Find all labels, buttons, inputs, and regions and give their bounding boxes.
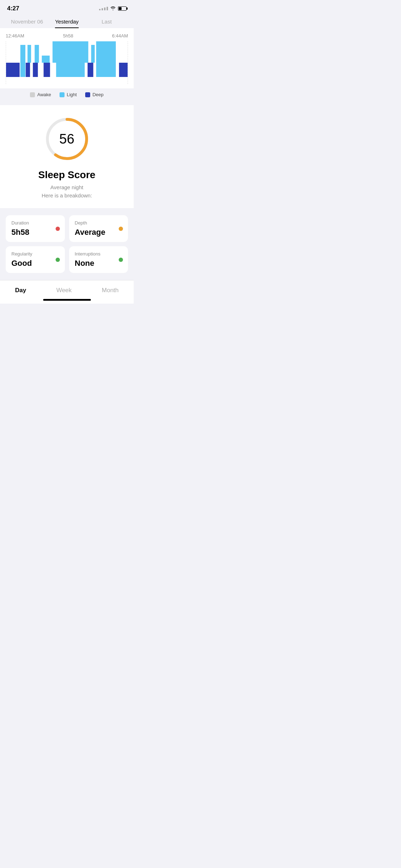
stat-card-regularity: Regularity Good <box>6 246 65 273</box>
legend-light: Light <box>60 92 77 97</box>
start-time: 12:46AM <box>6 33 24 38</box>
light-dot <box>60 92 65 97</box>
svg-rect-2 <box>33 63 38 77</box>
legend-awake: Awake <box>30 92 51 97</box>
awake-label: Awake <box>37 92 51 97</box>
regularity-dot <box>56 258 60 262</box>
svg-rect-9 <box>27 45 31 63</box>
tab-november06[interactable]: November 06 <box>7 15 47 28</box>
status-time: 4:27 <box>7 5 19 12</box>
svg-rect-4 <box>56 63 84 77</box>
end-time: 6:44AM <box>112 33 128 38</box>
stats-cards-section: Duration 5h58 Depth Average Regularity G… <box>0 208 134 280</box>
duration-dot <box>56 227 60 231</box>
sleep-score-subtitle2: Here is a breakdown: <box>7 192 127 200</box>
sleep-chart-section: 12:46AM 5h58 6:44AM <box>0 28 134 88</box>
tab-last[interactable]: Last <box>87 15 127 28</box>
score-number: 56 <box>59 131 74 147</box>
regularity-value: Good <box>11 259 59 268</box>
interruptions-value: None <box>75 259 123 268</box>
tab-yesterday[interactable]: Yesterday <box>47 15 87 28</box>
stats-grid: Duration 5h58 Depth Average Regularity G… <box>6 215 128 273</box>
svg-rect-7 <box>119 63 128 77</box>
sleep-score-section: 56 Sleep Score Average night Here is a b… <box>0 105 134 208</box>
svg-rect-0 <box>6 63 20 77</box>
depth-label: Depth <box>75 220 123 226</box>
awake-dot <box>30 92 35 97</box>
depth-value: Average <box>75 228 123 237</box>
status-bar: 4:27 <box>0 0 134 15</box>
svg-rect-5 <box>88 63 93 77</box>
legend-deep: Deep <box>85 92 103 97</box>
deep-label: Deep <box>92 92 103 97</box>
svg-rect-3 <box>43 63 50 77</box>
svg-rect-1 <box>26 63 30 77</box>
interruptions-dot <box>119 258 123 262</box>
sleep-chart-svg <box>6 41 128 77</box>
sleep-score-label: Sleep Score <box>7 169 127 181</box>
regularity-label: Regularity <box>11 251 59 257</box>
interruptions-label: Interruptions <box>75 251 123 257</box>
svg-rect-12 <box>52 41 88 63</box>
bottom-tab-month[interactable]: Month <box>95 285 126 295</box>
svg-rect-13 <box>91 45 95 63</box>
signal-icon <box>99 7 108 10</box>
battery-icon <box>118 6 127 11</box>
score-circle: 56 <box>44 116 90 162</box>
bottom-tabs: Day Week Month <box>0 285 134 295</box>
svg-rect-11 <box>42 56 50 63</box>
date-tab-nav: November 06 Yesterday Last <box>0 15 134 28</box>
deep-dot <box>85 92 90 97</box>
bottom-tab-day[interactable]: Day <box>8 285 33 295</box>
duration-value: 5h58 <box>11 228 59 237</box>
sleep-chart <box>6 41 128 84</box>
stat-card-depth: Depth Average <box>69 215 128 242</box>
depth-dot <box>119 227 123 231</box>
svg-rect-6 <box>96 63 116 77</box>
duration-label: Duration <box>11 220 59 226</box>
light-label: Light <box>67 92 77 97</box>
svg-rect-10 <box>35 45 39 63</box>
status-icons <box>99 6 127 11</box>
svg-rect-14 <box>96 41 116 63</box>
wifi-icon <box>110 6 116 11</box>
home-indicator <box>43 299 91 301</box>
stat-card-interruptions: Interruptions None <box>69 246 128 273</box>
svg-rect-8 <box>20 45 25 77</box>
stat-card-duration: Duration 5h58 <box>6 215 65 242</box>
bottom-nav: Day Week Month <box>0 280 134 304</box>
sleep-legend: Awake Light Deep <box>0 88 134 102</box>
chart-duration: 5h58 <box>63 33 73 38</box>
bottom-tab-week[interactable]: Week <box>49 285 79 295</box>
sleep-score-subtitle1: Average night <box>7 184 127 192</box>
time-labels: 12:46AM 5h58 6:44AM <box>6 33 128 38</box>
